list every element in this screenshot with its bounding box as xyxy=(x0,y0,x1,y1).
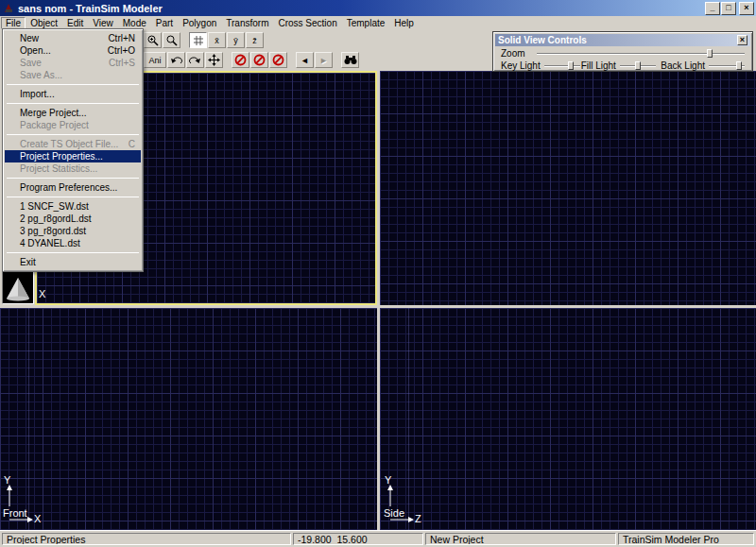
menu-item-program-preferences[interactable]: Program Preferences... xyxy=(5,181,141,194)
binoculars-icon xyxy=(344,55,357,65)
menu-item-save-as: Save As... xyxy=(5,69,141,81)
menu-separator xyxy=(7,103,139,104)
no-symbol-icon xyxy=(272,54,284,66)
key-light-group: Key Light xyxy=(501,60,581,71)
minimize-button[interactable]: _ xyxy=(705,2,720,15)
menu-item-import[interactable]: Import... xyxy=(5,88,141,100)
menubar-help[interactable]: Help xyxy=(389,17,419,29)
axis-x-label: X xyxy=(39,288,45,299)
app-logo-icon xyxy=(3,3,15,14)
fill-light-group: Fill Light xyxy=(581,60,662,71)
menu-item-save: Save Ctrl+S xyxy=(5,57,141,69)
app-window: sans nom - TrainSim Modeler _ □ × File O… xyxy=(0,0,756,547)
menu-separator xyxy=(7,84,139,85)
palette-close-button[interactable]: × xyxy=(737,35,747,45)
statusbar: Project Properties -19.800 15.600 New Pr… xyxy=(0,530,756,547)
zoom-in-button[interactable] xyxy=(144,32,162,48)
fill-light-slider[interactable] xyxy=(620,61,656,70)
status-coordinates: -19.800 15.600 xyxy=(293,533,423,545)
solid-view-controls-palette: Solid View Controls × Zoom Key Light Fil… xyxy=(492,31,753,72)
status-edition: TrainSim Modeler Pro xyxy=(618,533,754,545)
lights-row: Key Light Fill Light Back Light xyxy=(493,59,752,71)
fill-light-label: Fill Light xyxy=(581,60,616,71)
back-light-slider[interactable] xyxy=(709,61,745,70)
hide-points-button[interactable] xyxy=(232,52,249,68)
menu-item-recent-1[interactable]: 1 SNCF_SW.dst xyxy=(5,200,141,213)
next-part-button[interactable]: ► xyxy=(315,52,333,68)
axis-x-label: X xyxy=(34,513,41,524)
axis-z-label: Z xyxy=(415,513,421,524)
menu-separator xyxy=(7,134,139,135)
axis-z-button[interactable]: z̄ xyxy=(246,32,264,48)
viewport-side[interactable]: Y Side Z xyxy=(380,308,756,530)
menu-item-merge-project[interactable]: Merge Project... xyxy=(5,107,141,119)
window-controls: _ □ × xyxy=(705,2,754,15)
menu-separator xyxy=(7,178,139,179)
grid-toggle-button[interactable] xyxy=(189,32,207,48)
viewport-front[interactable]: Y Front X xyxy=(0,308,377,530)
menu-item-project-properties[interactable]: Project Properties... xyxy=(5,150,141,162)
app-icon xyxy=(2,2,15,14)
find-button[interactable] xyxy=(341,52,359,68)
cone-preview-icon xyxy=(4,275,32,301)
fill-light-thumb[interactable] xyxy=(635,61,641,70)
menubar-polygon[interactable]: Polygon xyxy=(178,17,221,29)
window-title: sans nom - TrainSim Modeler xyxy=(18,3,163,14)
redo-button[interactable] xyxy=(186,52,204,68)
axis-x-button[interactable]: x̄ xyxy=(208,32,226,48)
zoom-slider-thumb[interactable] xyxy=(707,49,713,58)
menubar-template[interactable]: Template xyxy=(342,17,390,29)
menu-item-recent-2[interactable]: 2 pg_r8gordL.dst xyxy=(5,213,141,225)
menubar-cross-section[interactable]: Cross Section xyxy=(273,17,341,29)
zoom-window-button[interactable] xyxy=(163,32,180,48)
zoom-in-icon xyxy=(146,34,159,46)
palette-titlebar[interactable]: Solid View Controls × xyxy=(495,34,750,46)
key-light-thumb[interactable] xyxy=(568,61,574,70)
zoom-window-icon xyxy=(165,34,178,46)
menu-item-new[interactable]: New Ctrl+N xyxy=(5,32,141,44)
back-light-group: Back Light xyxy=(661,60,745,71)
no-symbol-icon xyxy=(253,54,266,66)
viewport-name-label: Side xyxy=(384,507,404,519)
menu-item-project-statistics: Project Statistics... xyxy=(5,162,141,175)
menu-separator xyxy=(7,252,139,253)
menu-item-open[interactable]: Open... Ctrl+O xyxy=(5,44,141,57)
slider-track xyxy=(537,53,745,55)
titlebar[interactable]: sans nom - TrainSim Modeler _ □ × xyxy=(0,0,756,16)
undo-icon xyxy=(170,55,182,66)
prev-part-button[interactable]: ◄ xyxy=(296,52,314,68)
menu-item-create-ts-object-file: Create TS Object File... C xyxy=(5,138,141,150)
hide-lines-button[interactable] xyxy=(250,52,268,68)
menubar-transform[interactable]: Transform xyxy=(221,17,273,29)
maximize-view-button[interactable] xyxy=(205,52,223,68)
axis-y-button[interactable]: ȳ xyxy=(227,32,245,48)
status-message: Project Properties xyxy=(2,533,291,545)
menu-item-recent-3[interactable]: 3 pg_r8gord.dst xyxy=(5,225,141,237)
maximize-view-icon xyxy=(208,54,220,66)
hide-polygons-button[interactable] xyxy=(269,52,287,68)
menubar-part[interactable]: Part xyxy=(151,17,178,29)
status-project-name: New Project xyxy=(425,533,616,545)
maximize-button[interactable]: □ xyxy=(721,2,736,15)
no-symbol-icon xyxy=(234,54,247,66)
undo-button[interactable] xyxy=(167,52,185,68)
zoom-row: Zoom xyxy=(493,46,752,59)
file-menu: New Ctrl+N Open... Ctrl+O Save Ctrl+S Sa… xyxy=(2,28,144,272)
part-preview[interactable] xyxy=(2,271,34,304)
menu-item-exit[interactable]: Exit xyxy=(5,256,141,268)
viewport-name-label: Front xyxy=(3,507,27,519)
back-light-label: Back Light xyxy=(661,60,705,71)
close-button[interactable]: × xyxy=(739,2,754,15)
menu-item-package-project: Package Project xyxy=(5,119,141,131)
grid-icon xyxy=(193,35,204,46)
back-light-thumb[interactable] xyxy=(736,61,742,70)
key-light-label: Key Light xyxy=(501,60,541,71)
menu-item-recent-4[interactable]: 4 DYANEL.dst xyxy=(5,237,141,249)
viewport-perspective[interactable] xyxy=(380,71,756,305)
key-light-slider[interactable] xyxy=(544,61,580,70)
redo-icon xyxy=(189,55,201,66)
menu-separator xyxy=(7,197,139,197)
slider-track xyxy=(544,65,580,67)
zoom-slider[interactable] xyxy=(537,49,745,58)
animation-button[interactable]: Ani xyxy=(144,52,166,68)
